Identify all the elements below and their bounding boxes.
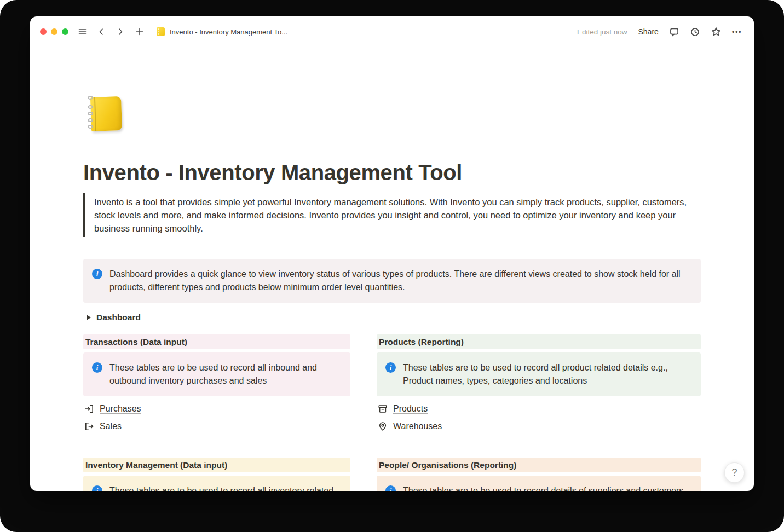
page-content: Invento - Inventory Management Tool Inve… [83, 47, 701, 491]
comments-icon[interactable] [670, 27, 679, 37]
page-scroll-area: Invento - Inventory Management Tool Inve… [30, 47, 754, 491]
section-heading-products: Products (Reporting) [377, 334, 701, 349]
link-warehouses[interactable]: Warehouses [378, 419, 701, 433]
import-door-icon [84, 404, 94, 414]
export-door-icon [84, 421, 94, 431]
sidebar-menu-icon[interactable] [77, 27, 87, 37]
share-button[interactable]: Share [638, 27, 658, 36]
page-doc-icon [157, 27, 165, 36]
link-sales[interactable]: Sales [84, 419, 350, 433]
close-button[interactable] [40, 28, 47, 35]
info-icon: i [385, 485, 396, 491]
history-clock-icon[interactable] [690, 27, 700, 37]
edited-status: Edited just now [577, 28, 627, 36]
section-heading-people: People/ Organisations (Reporting) [377, 458, 701, 472]
section-transactions: Transactions (Data input) i These tables… [83, 334, 350, 437]
new-tab-icon[interactable] [135, 27, 145, 37]
back-icon[interactable] [96, 27, 106, 37]
transactions-callout-text: These tables are to be used to record al… [109, 361, 342, 388]
help-button[interactable]: ? [724, 462, 745, 483]
link-purchases[interactable]: Purchases [84, 402, 350, 416]
desktop-backdrop: Invento - Inventory Management To... Edi… [0, 0, 784, 532]
people-callout: i These tables are to be used to record … [377, 476, 701, 491]
products-callout-text: These tables are to be used to record al… [403, 361, 692, 388]
titlebar: Invento - Inventory Management To... Edi… [30, 16, 754, 47]
minimize-button[interactable] [51, 28, 57, 35]
columns-row-2: Inventory Management (Data input) i Thes… [83, 458, 701, 491]
nav-controls [77, 27, 145, 37]
inventory-callout: i These tables are to be used to record … [83, 476, 350, 491]
section-heading-transactions: Transactions (Data input) [83, 334, 350, 349]
page-emoji-notebook-icon[interactable] [84, 96, 126, 133]
link-label[interactable]: Warehouses [393, 421, 442, 431]
info-icon: i [92, 269, 102, 279]
info-icon: i [385, 362, 396, 373]
dashboard-toggle-label: Dashboard [96, 313, 141, 322]
dashboard-info-text: Dashboard provides a quick glance to vie… [109, 268, 692, 294]
transactions-links: Purchases Sales [83, 402, 350, 433]
section-products: Products (Reporting) i These tables are … [377, 334, 701, 437]
section-heading-inventory: Inventory Management (Data input) [83, 458, 350, 472]
app-window: Invento - Inventory Management To... Edi… [30, 16, 754, 491]
link-label[interactable]: Purchases [100, 404, 141, 414]
info-icon: i [92, 485, 102, 491]
columns-row-1: Transactions (Data input) i These tables… [83, 334, 701, 437]
link-label[interactable]: Products [393, 404, 428, 414]
toggle-triangle-icon[interactable] [87, 315, 91, 320]
dashboard-info-callout: i Dashboard provides a quick glance to v… [83, 259, 701, 303]
info-icon: i [92, 362, 102, 373]
forward-icon[interactable] [116, 27, 125, 37]
archive-box-icon [378, 404, 388, 414]
location-pin-icon [378, 421, 388, 431]
window-controls [40, 28, 68, 35]
section-inventory-management: Inventory Management (Data input) i Thes… [83, 458, 350, 491]
intro-quote-block: Invento is a tool that provides simple y… [83, 193, 701, 237]
link-products[interactable]: Products [378, 402, 701, 416]
link-label[interactable]: Sales [100, 421, 122, 431]
section-people-organisations: People/ Organisations (Reporting) i Thes… [377, 458, 701, 491]
zoom-button[interactable] [62, 28, 68, 35]
favorite-star-icon[interactable] [711, 27, 721, 37]
transactions-callout: i These tables are to be used to record … [83, 352, 350, 396]
products-callout: i These tables are to be used to record … [377, 352, 701, 396]
products-links: Products Warehouses [377, 402, 701, 433]
inventory-callout-text: These tables are to be used to record al… [109, 484, 342, 491]
people-callout-text: These tables are to be used to record de… [403, 484, 683, 491]
more-options-icon[interactable]: ••• [732, 28, 742, 36]
page-title: Invento - Inventory Management Tool [83, 159, 701, 186]
dashboard-toggle[interactable]: Dashboard [83, 310, 701, 325]
titlebar-actions: Edited just now Share ••• [577, 27, 742, 37]
window-title: Invento - Inventory Management To... [170, 28, 287, 36]
